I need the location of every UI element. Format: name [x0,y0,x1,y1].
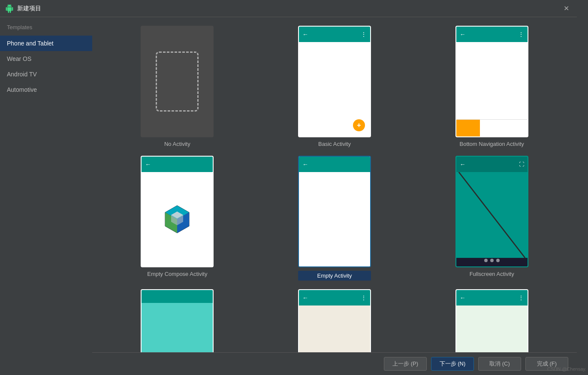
basic-topbar: ← ⋮ [299,27,370,42]
basic-back-icon: ← [302,31,308,38]
template-fullscreen[interactable]: ← ⛶ [419,156,564,281]
template-google-maps[interactable]: ← ⋮ [262,289,407,352]
bottom-nav-topbar: ← ⋮ [456,27,528,42]
sidebar-header: Templates [0,21,92,36]
template-preview-fullscreen: ← ⛶ [455,156,528,267]
template-basic-activity[interactable]: ← ⋮ + Basic Activity [262,26,407,147]
template-no-activity[interactable]: No Activity [105,26,250,147]
compose-back-icon: ← [145,161,151,168]
template-preview-maps: ← ⋮ [298,289,371,352]
title-bar: 新建项目 ✕ [0,0,577,17]
fullscreen-dots-bar [456,258,528,266]
android-icon [5,4,14,13]
bottom-nav-content [456,42,528,119]
maps-back-icon: ← [302,294,308,301]
dot-1 [484,259,488,262]
template-label-basic: Basic Activity [318,141,351,147]
template-login[interactable]: ← ⋮ [419,289,564,352]
compose-cube-icon [160,202,194,236]
basic-content: + [299,42,370,136]
svg-line-6 [458,172,525,258]
template-preview-login: ← ⋮ [455,289,528,352]
main-area: No Activity ← ⋮ + Basic Activity [92,17,577,375]
template-label-no-activity: No Activity [164,141,190,147]
login-back-icon: ← [460,294,466,301]
fullscreen-content [456,172,528,258]
login-topbar: ← ⋮ [456,290,528,305]
watermark: CSDN @Chensay. [547,366,586,372]
sidebar-item-wear-os[interactable]: Wear OS [0,51,92,67]
cancel-button[interactable]: 取消 (C) [478,357,521,371]
bottom-tab-3 [504,120,527,136]
template-empty-compose[interactable]: ← [105,156,250,281]
bottom-tab-1 [456,120,480,136]
fragment-content [142,303,213,352]
bottom-nav-menu-icon: ⋮ [518,31,524,38]
login-menu-icon: ⋮ [518,294,524,301]
template-bottom-nav[interactable]: ← ⋮ Bottom Navigation Activity [419,26,564,147]
template-label-bottom-nav: Bottom Navigation Activity [460,141,524,147]
template-label-empty: Empty Activity [298,271,371,281]
bottom-nav-bar [456,119,528,136]
sidebar-item-automotive[interactable]: Automotive [0,82,92,97]
content-area: Templates Phone and Tablet Wear OS Andro… [0,17,577,375]
dot-2 [490,259,494,262]
next-button[interactable]: 下一步 (N) [431,357,474,371]
fullscreen-dots [484,259,500,262]
sidebar: Templates Phone and Tablet Wear OS Andro… [0,17,92,375]
compose-logo-area [142,172,213,266]
bottom-nav-back-icon: ← [460,31,466,38]
maps-topbar: ← ⋮ [299,290,370,305]
template-preview-empty: ← [298,156,371,267]
dialog-title: 新建项目 [17,5,41,12]
template-preview-no-activity [141,26,214,137]
empty-content [299,172,370,266]
template-preview-fragment [141,289,214,352]
sidebar-item-phone-tablet[interactable]: Phone and Tablet [0,36,92,51]
fullscreen-back-icon: ← [460,161,466,168]
basic-fab: + [353,119,365,131]
basic-menu-icon: ⋮ [361,31,367,38]
fullscreen-topbar: ← ⛶ [456,157,528,172]
fragment-teal-bar [142,290,213,303]
maps-menu-icon: ⋮ [361,294,367,301]
template-label-compose: Empty Compose Activity [147,271,207,277]
login-content [456,305,528,352]
sidebar-item-android-tv[interactable]: Android TV [0,67,92,82]
dot-3 [496,259,500,262]
title-bar-left: 新建项目 [5,4,41,13]
template-label-fullscreen: Fullscreen Activity [470,271,514,277]
new-project-dialog: 新建项目 ✕ Templates Phone and Tablet Wear O… [0,0,577,375]
close-button[interactable]: ✕ [561,3,572,13]
empty-topbar: ← [299,157,370,172]
prev-button[interactable]: 上一步 (P) [384,357,427,371]
template-fragment-viewmodel[interactable] [105,289,250,352]
maps-content [299,305,370,352]
template-preview-compose: ← [141,156,214,267]
footer-bar: 上一步 (P) 下一步 (N) 取消 (C) 完成 (F) [92,352,577,375]
dashed-rect [156,51,199,112]
fullscreen-expand-icon: ⛶ [519,161,524,167]
fullscreen-diagonal-svg [456,172,528,258]
template-preview-bottom-nav: ← ⋮ [455,26,528,137]
template-empty-activity[interactable]: ← Empty Activity [262,156,407,281]
bottom-tab-2 [480,120,504,136]
templates-grid: No Activity ← ⋮ + Basic Activity [92,17,577,352]
compose-topbar: ← [142,157,213,172]
empty-back-icon: ← [302,161,308,168]
template-preview-basic: ← ⋮ + [298,26,371,137]
